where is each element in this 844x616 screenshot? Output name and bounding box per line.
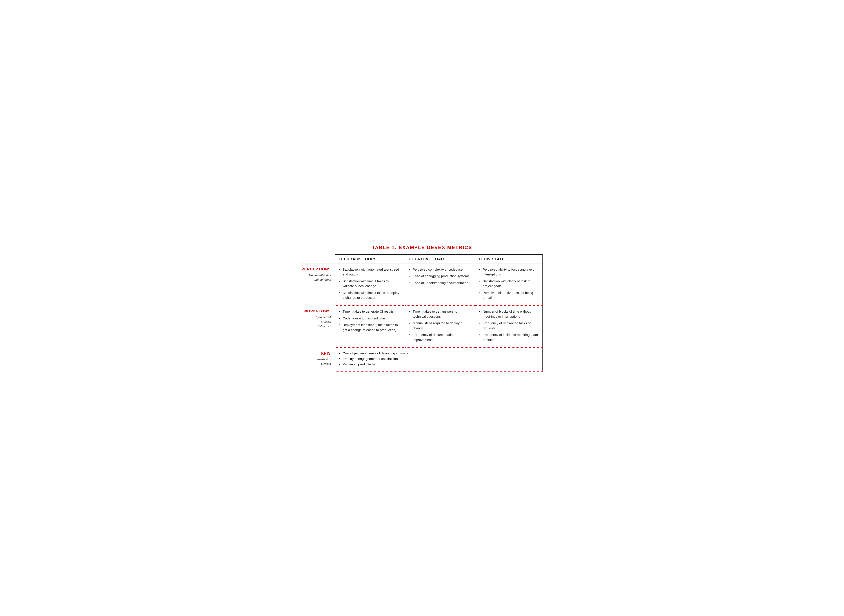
workflows-label-cell: WORKFLOWS System andprocessbehaviors xyxy=(301,306,335,348)
kpis-list: Overall perceived ease of delivering sof… xyxy=(339,351,538,366)
workflows-flow-list: Number of blocks of time without meet-in… xyxy=(479,309,538,342)
perceptions-subtitle: Human attitudesand opinions xyxy=(301,273,331,282)
workflows-subtitle: System andprocessbehaviors xyxy=(301,315,331,329)
kpis-label-cell: KPIS North starmetrics xyxy=(301,348,335,371)
list-item: Frequency of unplanned tasks or requests xyxy=(479,321,538,331)
list-item: Time it takes to generate CI results xyxy=(339,309,401,314)
perceptions-category: PERCEPTIONS xyxy=(301,267,331,271)
header-empty xyxy=(301,255,335,264)
list-item: Frequency of documentation improvements xyxy=(409,332,471,342)
header-cognitive-load: COGNITIVE LOAD xyxy=(405,255,475,264)
perceptions-cognitive-list: Perceived complexity of codebase Ease of… xyxy=(409,267,471,286)
list-item: Overall perceived ease of delivering sof… xyxy=(339,351,538,355)
workflows-cognitive-list: Time it takes to get answers to technica… xyxy=(409,309,471,342)
list-item: Manual steps required to deploy a change xyxy=(409,321,471,331)
list-item: Satisfaction with time it takes to valid… xyxy=(339,279,401,289)
kpis-category: KPIS xyxy=(301,351,331,356)
workflows-feedback-loops: Time it takes to generate CI results Cod… xyxy=(335,306,405,348)
list-item: Satisfaction with automated test speed a… xyxy=(339,267,401,277)
perceptions-feedback-list: Satisfaction with automated test speed a… xyxy=(339,267,401,300)
kpis-subtitle: North starmetrics xyxy=(301,357,331,366)
perceptions-flow-state: Perceived ability to focus and avoid int… xyxy=(475,264,543,306)
table-title: TABLE 1: EXAMPLE DEVEX METRICS xyxy=(301,245,543,251)
perceptions-label-cell: PERCEPTIONS Human attitudesand opinions xyxy=(301,264,335,306)
list-item: Perceived ability to focus and avoid int… xyxy=(479,267,538,277)
list-item: Perceived productivity xyxy=(339,362,538,366)
header-feedback-loops: FEEDBACK LOOPS xyxy=(335,255,405,264)
list-item: Satisfaction with time it takes to deplo… xyxy=(339,290,401,300)
page-container: TABLE 1: EXAMPLE DEVEX METRICS FEEDBACK … xyxy=(301,245,543,371)
list-item: Ease of understanding documentation xyxy=(409,280,471,286)
header-row: FEEDBACK LOOPS COGNITIVE LOAD FLOW STATE xyxy=(301,255,543,264)
kpis-data-cell: Overall perceived ease of delivering sof… xyxy=(335,348,543,371)
header-flow-state: FLOW STATE xyxy=(475,255,543,264)
list-item: Perceived complexity of codebase xyxy=(409,267,471,272)
workflows-feedback-list: Time it takes to generate CI results Cod… xyxy=(339,309,401,332)
kpis-row: KPIS North starmetrics Overall perceived… xyxy=(301,348,543,371)
perceptions-feedback-loops: Satisfaction with automated test speed a… xyxy=(335,264,405,306)
list-item: Employee engagement or satisfaction xyxy=(339,357,538,361)
list-item: Deployment lead time (time it takes to g… xyxy=(339,323,401,332)
list-item: Number of blocks of time without meet-in… xyxy=(479,309,538,319)
list-item: Satisfaction with clarity of task or pro… xyxy=(479,279,538,289)
workflows-cognitive-load: Time it takes to get answers to technica… xyxy=(405,306,475,348)
title-prefix: TABLE 1: xyxy=(372,245,399,250)
perceptions-row: PERCEPTIONS Human attitudesand opinions … xyxy=(301,264,543,306)
workflows-row: WORKFLOWS System andprocessbehaviors Tim… xyxy=(301,306,543,348)
main-table: FEEDBACK LOOPS COGNITIVE LOAD FLOW STATE… xyxy=(301,254,543,371)
workflows-flow-state: Number of blocks of time without meet-in… xyxy=(475,306,543,348)
perceptions-cognitive-load: Perceived complexity of codebase Ease of… xyxy=(405,264,475,306)
title-highlight: EXAMPLE DEVEX METRICS xyxy=(399,245,472,250)
list-item: Code review turnaround time xyxy=(339,316,401,321)
list-item: Ease of debugging production systems xyxy=(409,274,471,279)
list-item: Time it takes to get answers to technica… xyxy=(409,309,471,319)
list-item: Frequency of incidents requiring team at… xyxy=(479,332,538,342)
workflows-category: WORKFLOWS xyxy=(301,309,331,314)
perceptions-flow-list: Perceived ability to focus and avoid int… xyxy=(479,267,538,300)
list-item: Perceived disruptive-ness of being on-ca… xyxy=(479,290,538,300)
